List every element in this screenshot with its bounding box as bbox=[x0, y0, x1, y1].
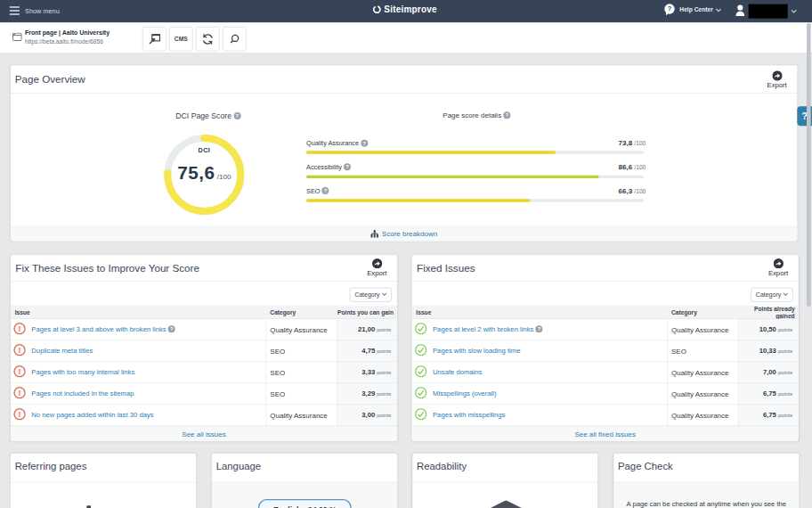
svg-text:?: ? bbox=[668, 4, 672, 12]
